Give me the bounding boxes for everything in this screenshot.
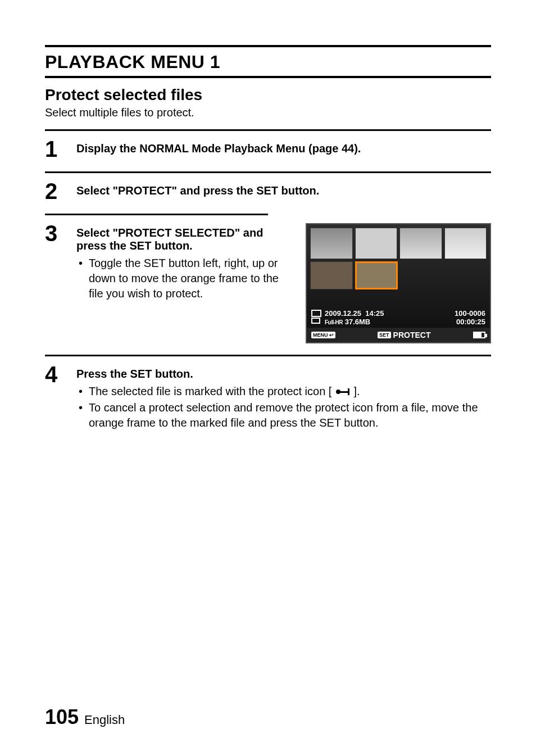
mode-icons (311, 310, 321, 324)
step3-bullets: Toggle the SET button left, right, up or… (76, 256, 294, 301)
step2-separator (45, 171, 491, 173)
protect-label: PROTECT (393, 331, 431, 339)
info-mode: Full-HR (325, 319, 343, 325)
step1-text: Display the NORMAL Mode Playback Menu (p… (76, 142, 361, 155)
info-date: 2009.12.25 (325, 309, 361, 318)
return-icon: ↩ (329, 332, 334, 338)
info-size: 37.6MB (345, 318, 371, 326)
step4: 4 Press the SET button. The selected fil… (45, 361, 491, 435)
info-text-left: 2009.12.25 14:25 Full-HR 37.6MB (325, 310, 384, 327)
page-title: PLAYBACK MENU 1 (45, 48, 491, 76)
thumbnail (399, 228, 442, 259)
step2-body: Select "PROTECT" and press the SET butto… (76, 180, 491, 202)
thumbnail (310, 228, 353, 259)
protect-icon (336, 388, 349, 396)
step4-text: Press the SET button. (76, 368, 193, 380)
step4-bullet2: To cancel a protect selection and remove… (76, 400, 491, 431)
info-duration: 00:00:25 (455, 318, 485, 327)
info-text-right: 100-0006 00:00:25 (455, 310, 485, 327)
page-footer: 105 English (45, 705, 491, 734)
step4-bullet1-post: ]. (354, 385, 360, 397)
step3-bullet1: Toggle the SET button left, right, up or… (76, 256, 294, 301)
step4-bullet1-pre: The selected file is marked with the pro… (89, 385, 331, 397)
step1: 1 Display the NORMAL Mode Playback Menu … (45, 135, 491, 164)
step2: 2 Select "PROTECT" and press the SET but… (45, 178, 491, 206)
step3-text-column: Select "PROTECT SELECTED" and press the … (76, 227, 294, 343)
set-badge: SET (378, 332, 391, 338)
step3-body: Select "PROTECT SELECTED" and press the … (76, 222, 491, 343)
top-rule-thick (45, 45, 491, 47)
section-description: Select multiple files to protect. (45, 106, 491, 119)
content-area: PLAYBACK MENU 1 Protect selected files S… (45, 45, 491, 705)
menu-label: MENU (313, 332, 328, 338)
step3-number: 3 (45, 222, 64, 343)
step1-number: 1 (45, 138, 64, 160)
step3: 3 Select "PROTECT SELECTED" and press th… (45, 220, 491, 347)
thumbnail-row2 (307, 259, 490, 289)
page-number: 105 (45, 705, 79, 729)
title-underline-thick (45, 76, 491, 78)
step4-bullet1: The selected file is marked with the pro… (76, 384, 491, 399)
screenshot-info-overlay: 2009.12.25 14:25 Full-HR 37.6MB 100-0006… (311, 310, 485, 327)
step4-number: 4 (45, 363, 64, 432)
page-container: PLAYBACK MENU 1 Protect selected files S… (0, 0, 536, 756)
menu-back-badge: MENU↩ (311, 332, 335, 338)
thumbnail (355, 228, 398, 259)
step4-separator (45, 355, 491, 356)
video-mode-icon (311, 310, 321, 317)
screenshot-bottom-bar: MENU↩ SET PROTECT (307, 328, 490, 342)
thumbnail (444, 228, 487, 259)
camera-screenshot: 2009.12.25 14:25 Full-HR 37.6MB 100-0006… (306, 223, 491, 343)
step2-number: 2 (45, 180, 64, 202)
battery-icon (473, 332, 485, 338)
step2-text: Select "PROTECT" and press the SET butto… (76, 184, 319, 197)
step3-separator (45, 214, 268, 215)
thumbnail-selected (355, 261, 398, 289)
page-language: English (84, 713, 125, 727)
step4-body: Press the SET button. The selected file … (76, 363, 491, 432)
step3-text: Select "PROTECT SELECTED" and press the … (76, 227, 263, 252)
photo-mode-icon (311, 318, 320, 324)
info-left: 2009.12.25 14:25 Full-HR 37.6MB (311, 310, 384, 327)
step1-separator (45, 129, 491, 131)
info-fileno: 100-0006 (455, 310, 485, 318)
thumbnail (310, 261, 353, 289)
protect-action-group: SET PROTECT (378, 331, 430, 339)
section-heading: Protect selected files (45, 86, 491, 104)
step1-body: Display the NORMAL Mode Playback Menu (p… (76, 138, 491, 160)
thumbnail-grid (307, 224, 490, 259)
step4-bullets: The selected file is marked with the pro… (76, 384, 491, 431)
info-time: 14:25 (365, 309, 384, 318)
